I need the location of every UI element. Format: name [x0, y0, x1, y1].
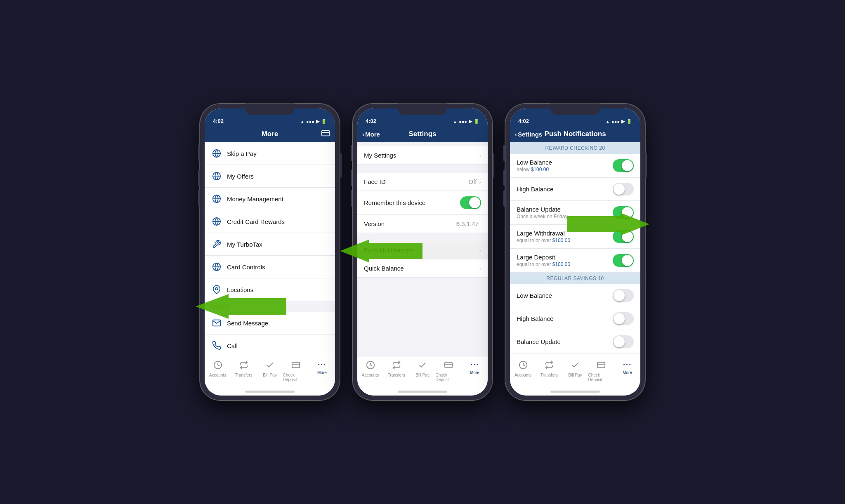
tab-more-1[interactable]: ··· More [309, 360, 335, 375]
scene: 4:02 ▲ ●●● ▶ 🔋 More [200, 104, 645, 400]
tab-accounts-3[interactable]: Accounts [510, 360, 536, 377]
section-reward-checking: REWARD CHECKING 20 [510, 142, 640, 154]
toggle-high-balance-1[interactable] [613, 183, 634, 195]
phone-3: 4:02 ▲ ●●● ▶ 🔋 ‹ Settings Push Notificat… [505, 104, 645, 400]
check-deposit-icon [291, 360, 300, 372]
back-button-3[interactable]: ‹ Settings [515, 131, 542, 138]
more-icon: ··· [318, 360, 326, 369]
screen-content-1[interactable]: Skip a Pay My Offers Money Management [205, 142, 335, 357]
section-other: OTHER [205, 301, 335, 312]
globe-icon-4 [211, 216, 222, 227]
toggle-low-balance-2[interactable] [613, 289, 634, 302]
chevron-icon: › [479, 152, 481, 159]
tab-billpay-3[interactable]: Bill Pay [562, 360, 588, 377]
menu-item-card-controls[interactable]: Card Controls [205, 256, 335, 278]
menu-item-my-offers[interactable]: My Offers [205, 165, 335, 188]
settings-row-remember-device[interactable]: Remember this device [357, 191, 488, 215]
notif-row-low-balance[interactable]: Low Balance below $100.00 [510, 154, 640, 178]
tab-check-deposit-1[interactable]: Check Deposit [283, 360, 309, 382]
more-icon-3: ··· [623, 360, 632, 369]
notif-row-low-balance-2[interactable]: Low Balance [510, 284, 640, 307]
phone-2: 4:02 ▲ ●●● ▶ 🔋 ‹ More Settings [352, 104, 493, 400]
menu-item-skip-a-pay[interactable]: Skip a Pay [205, 142, 335, 165]
globe-icon-2 [211, 171, 222, 181]
menu-item-money-management[interactable]: Money Management [205, 188, 335, 210]
phone-2-inner: 4:02 ▲ ●●● ▶ 🔋 ‹ More Settings [357, 108, 488, 396]
accounts-icon-3 [519, 360, 528, 372]
notch-1 [245, 104, 295, 115]
nav-right-icon-1[interactable] [321, 129, 330, 140]
nav-bar-3: ‹ Settings Push Notifications [510, 127, 640, 142]
toggle-large-withdrawal-1[interactable] [613, 230, 634, 243]
tab-transfers-3[interactable]: Transfers [536, 360, 562, 377]
tab-transfers-2[interactable]: Transfers [383, 360, 409, 377]
svg-rect-26 [597, 363, 605, 368]
notif-row-large-withdrawal[interactable]: Large Withdrawal equal to or over $100.0… [510, 225, 640, 249]
more-icon-2: ··· [470, 360, 479, 369]
svg-rect-0 [322, 130, 329, 136]
transfers-icon-3 [545, 360, 554, 372]
toggle-high-balance-2[interactable] [613, 312, 634, 325]
settings-row-push-notifications[interactable]: Push Notifications › [357, 241, 488, 259]
menu-item-call[interactable]: Call [205, 334, 335, 357]
globe-icon-3 [211, 193, 222, 204]
menu-item-credit-card-rewards[interactable]: Credit Card Rewards [205, 210, 335, 233]
chevron-icon-2: › [479, 179, 481, 185]
toggle-large-deposit-1[interactable] [613, 254, 634, 267]
menu-item-locations[interactable]: Locations [205, 278, 335, 301]
notch-2 [398, 104, 447, 115]
tab-billpay-1[interactable]: Bill Pay [257, 360, 283, 377]
toggle-balance-update-1[interactable] [613, 206, 634, 219]
tab-more-3[interactable]: ··· More [614, 360, 640, 375]
settings-row-version: Version 6.3.1.47 [357, 215, 488, 233]
svg-rect-17 [292, 363, 300, 368]
transfers-icon [239, 360, 248, 372]
menu-item-turbotax[interactable]: My TurboTax [205, 233, 335, 256]
globe-icon-5 [211, 261, 222, 272]
notif-row-balance-update-2[interactable]: Balance Update [510, 330, 640, 353]
tab-check-deposit-3[interactable]: Check Deposit [588, 360, 614, 382]
back-button-2[interactable]: ‹ More [362, 131, 380, 138]
tab-more-2[interactable]: ··· More [462, 360, 488, 375]
toggle-low-balance-1[interactable] [613, 159, 634, 172]
menu-item-send-message[interactable]: Send Message [205, 312, 335, 334]
status-time-3: 4:02 [518, 118, 529, 124]
home-indicator-1 [205, 387, 335, 396]
tab-check-deposit-2[interactable]: Check Deposit [436, 360, 462, 382]
settings-row-face-id[interactable]: Face ID Off › [357, 173, 488, 191]
notif-row-large-withdrawal-2[interactable]: Large Withdrawal [510, 353, 640, 357]
phone-3-inner: 4:02 ▲ ●●● ▶ 🔋 ‹ Settings Push Notificat… [510, 108, 640, 396]
check-deposit-icon-2 [444, 360, 453, 372]
tab-accounts-1[interactable]: Accounts [205, 360, 231, 377]
chevron-icon-4: › [479, 265, 481, 272]
notif-row-high-balance-2[interactable]: High Balance [510, 307, 640, 330]
tab-transfers-1[interactable]: Transfers [231, 360, 257, 377]
nav-bar-2: ‹ More Settings [357, 127, 488, 142]
billpay-icon-3 [571, 360, 580, 372]
billpay-icon [265, 360, 274, 372]
remember-device-toggle[interactable] [460, 196, 481, 209]
screen-content-2[interactable]: My Settings › Face ID Off › Remember thi… [357, 142, 488, 357]
notif-row-high-balance[interactable]: High Balance [510, 178, 640, 201]
svg-rect-22 [445, 363, 452, 368]
tab-bar-1: Accounts Transfers Bill Pay [205, 357, 335, 387]
nav-title-1: More [211, 130, 328, 138]
status-time-2: 4:02 [366, 118, 376, 124]
tab-bar-3: Accounts Transfers Bill Pay [510, 357, 640, 387]
accounts-icon [213, 360, 222, 372]
settings-row-my-settings[interactable]: My Settings › [357, 146, 488, 165]
notif-row-large-deposit[interactable]: Large Deposit equal to or over $100.00 [510, 249, 640, 273]
home-indicator-2 [357, 387, 488, 396]
phone-1-inner: 4:02 ▲ ●●● ▶ 🔋 More [205, 108, 335, 396]
notif-row-balance-update[interactable]: Balance Update Once a week on Friday [510, 201, 640, 225]
tab-billpay-2[interactable]: Bill Pay [409, 360, 435, 377]
envelope-icon [211, 318, 222, 328]
tab-bar-2: Accounts Transfers Bill Pay [357, 357, 488, 387]
screen-content-3[interactable]: REWARD CHECKING 20 Low Balance below $10… [510, 142, 640, 357]
toggle-balance-update-2[interactable] [613, 335, 634, 348]
settings-row-quick-balance[interactable]: Quick Balance › [357, 259, 488, 278]
location-icon [211, 284, 222, 295]
transfers-icon-2 [392, 360, 401, 372]
tab-accounts-2[interactable]: Accounts [357, 360, 383, 377]
globe-icon [211, 148, 222, 159]
